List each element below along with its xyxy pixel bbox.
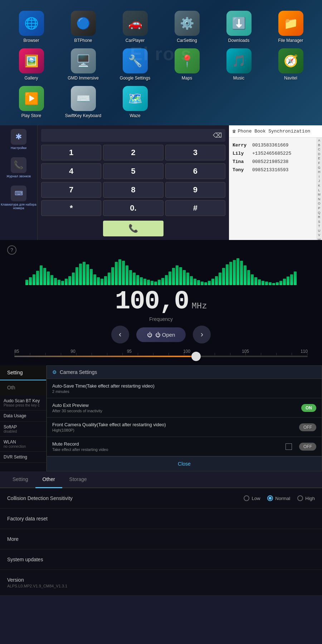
- phonebook-entry-tina[interactable]: Tina 0085221985238: [233, 158, 313, 166]
- filemanager-icon: 📁: [278, 11, 303, 36]
- radio-slider-track[interactable]: ||||||||||||||||||||: [14, 356, 308, 357]
- dvr-tabs: Setting Other Storage: [0, 471, 322, 488]
- collision-low[interactable]: Low: [244, 495, 260, 501]
- alpha-v[interactable]: V: [318, 233, 320, 237]
- alpha-e[interactable]: E: [318, 156, 320, 161]
- sidebar-calllog[interactable]: 📞 Журнал звонков: [6, 157, 31, 178]
- alpha-a[interactable]: A: [318, 138, 320, 143]
- alpha-h[interactable]: H: [318, 170, 321, 174]
- app-filemanager[interactable]: 📁 File Manager: [267, 11, 315, 43]
- dialpad-key-6[interactable]: 6: [165, 163, 225, 179]
- alpha-s[interactable]: S: [318, 220, 320, 224]
- dialpad-key-star[interactable]: *: [41, 200, 101, 216]
- app-navitel[interactable]: 🧭 Navitel: [267, 48, 315, 81]
- alpha-u[interactable]: U: [318, 229, 321, 233]
- app-music[interactable]: 🎵 Music: [215, 48, 263, 81]
- app-swiftkey[interactable]: ⌨️ SwiftKey Keyboard: [59, 86, 107, 118]
- app-carsetting[interactable]: ⚙️ CarSetting: [163, 11, 211, 43]
- alpha-r[interactable]: R: [318, 215, 321, 220]
- dialpad-key-hash[interactable]: #: [165, 200, 225, 216]
- backspace-button[interactable]: ⌫: [213, 131, 222, 139]
- radio-next-button[interactable]: ›: [193, 326, 211, 343]
- alpha-m[interactable]: M: [318, 192, 321, 197]
- collision-high[interactable]: High: [297, 495, 315, 501]
- alpha-n[interactable]: N: [318, 197, 321, 202]
- dvr-more-row[interactable]: More: [0, 529, 322, 549]
- carsetting-icon: ⚙️: [175, 11, 200, 36]
- alpha-b[interactable]: B: [318, 143, 320, 148]
- alpha-p[interactable]: P: [318, 206, 320, 211]
- app-btphone[interactable]: 🔵 BTPhone: [59, 11, 107, 43]
- call-button[interactable]: 📞: [103, 221, 163, 236]
- phonebook-entry-lily[interactable]: Lily +1352465685225: [233, 149, 313, 158]
- dialpad-key-2[interactable]: 2: [103, 145, 163, 160]
- navitel-icon: 🧭: [278, 48, 303, 73]
- frontcam-toggle[interactable]: OFF: [299, 423, 316, 431]
- viz-bar: [129, 270, 132, 285]
- dialpad-key-0[interactable]: 0.: [103, 200, 163, 216]
- dialpad-key-7[interactable]: 7: [41, 182, 101, 198]
- dialpad-key-8[interactable]: 8: [103, 182, 163, 198]
- collision-normal[interactable]: Normal: [267, 495, 290, 501]
- radio-slider-thumb[interactable]: [191, 352, 201, 361]
- dialpad-key-5[interactable]: 5: [103, 163, 163, 179]
- alpha-t[interactable]: T: [318, 224, 320, 229]
- alpha-q[interactable]: Q: [318, 211, 320, 215]
- dvr-autoscan[interactable]: Audo Scan BT Key Please press the key c: [0, 395, 46, 410]
- radio-frequency-unit: MHz: [191, 301, 207, 311]
- alpha-d[interactable]: D: [318, 152, 321, 157]
- viz-bar: [229, 262, 232, 285]
- viz-bar: [190, 276, 193, 285]
- app-waze[interactable]: 🗺️ Waze: [111, 86, 159, 118]
- dvr-tab-storage[interactable]: Storage: [62, 471, 94, 488]
- autoexit-toggle[interactable]: ON: [301, 404, 316, 412]
- dvr-datausage[interactable]: Data Usage: [0, 410, 46, 422]
- collision-low-circle: [244, 495, 249, 501]
- app-googlesettings[interactable]: 🔧 Google Settings: [111, 48, 159, 81]
- dialpad-key-9[interactable]: 9: [165, 182, 225, 198]
- downloads-icon: ⬇️: [226, 11, 252, 36]
- alpha-i[interactable]: I: [319, 174, 320, 179]
- app-playstore[interactable]: ▶️ Play Store: [7, 86, 55, 118]
- dvr-setting-item[interactable]: DVR Setting: [0, 452, 46, 463]
- settings-tab-other[interactable]: Oth: [0, 380, 46, 395]
- camera-close-button[interactable]: Close: [47, 456, 322, 471]
- dvr-other-content: Collision Detection Sensitivity Low Norm…: [0, 488, 322, 596]
- phonebook-entry-tony[interactable]: Tony 0985213316593: [233, 166, 313, 174]
- radio-help-button[interactable]: ?: [7, 245, 16, 255]
- alpha-j[interactable]: J: [318, 179, 320, 183]
- phonebook-icon: ☎: [233, 128, 235, 134]
- app-gmd[interactable]: 🖥️ GMD Immersive: [59, 48, 107, 81]
- alpha-c[interactable]: C: [318, 147, 321, 152]
- alpha-g[interactable]: G: [318, 165, 320, 170]
- alpha-k[interactable]: K: [318, 183, 320, 188]
- mute-toggle[interactable]: OFF: [299, 443, 316, 451]
- phonebook-entry-kerry[interactable]: Kerry 0013583361669: [233, 141, 313, 149]
- dialpad-key-4[interactable]: 4: [41, 163, 101, 179]
- dvr-softap[interactable]: SoftAP disabled: [0, 422, 46, 437]
- dvr-wlan[interactable]: WLAN no connection: [0, 437, 46, 452]
- dvr-systemupdates-row[interactable]: System updates: [0, 549, 322, 570]
- radio-open-button[interactable]: ⏻ ⏻ Open: [136, 327, 186, 342]
- dvr-tab-setting[interactable]: Setting: [5, 471, 35, 488]
- dvr-factory-row[interactable]: Factory data reset: [0, 509, 322, 529]
- viz-bar: [176, 265, 179, 285]
- app-downloads[interactable]: ⬇️ Downloads: [215, 11, 263, 43]
- settings-tab-setting[interactable]: Setting: [0, 365, 46, 380]
- sidebar-bluetooth[interactable]: ✱ Настройки: [11, 129, 26, 150]
- alpha-o[interactable]: O: [318, 201, 320, 206]
- app-maps[interactable]: 📍 Maps: [163, 48, 211, 81]
- dialpad-key-1[interactable]: 1: [41, 145, 101, 160]
- radio-prev-button[interactable]: ‹: [111, 326, 129, 343]
- alpha-f[interactable]: F: [318, 161, 320, 165]
- sidebar-keyboard[interactable]: ⌨ Клавиатура для набора номера: [0, 186, 37, 211]
- app-browser[interactable]: 🌐 Browser: [7, 11, 55, 43]
- viz-bar: [90, 269, 93, 285]
- alpha-l[interactable]: L: [318, 188, 320, 193]
- dvr-tab-other[interactable]: Other: [35, 471, 62, 488]
- app-gallery[interactable]: 🖼️ Gallery: [7, 48, 55, 81]
- viz-bar: [104, 276, 107, 285]
- app-carplayer[interactable]: 🚗 CarPlayer: [111, 11, 159, 43]
- dialpad-key-3[interactable]: 3: [165, 145, 225, 160]
- mute-checkbox[interactable]: [286, 443, 292, 450]
